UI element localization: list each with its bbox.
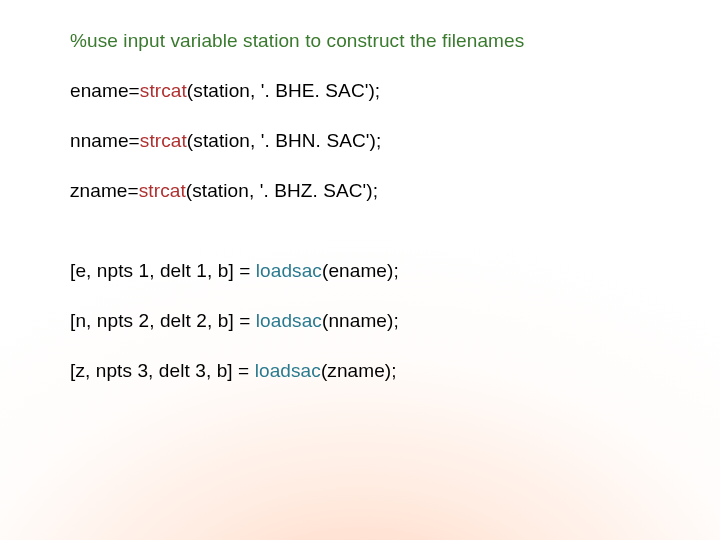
code-line: nname=strcat(station, '. BHN. SAC'); bbox=[70, 130, 524, 152]
code-block: %use input variable station to construct… bbox=[70, 30, 524, 382]
lhs: ename= bbox=[70, 80, 140, 101]
code-line: [n, npts 2, delt 2, b] = loadsac(nname); bbox=[70, 310, 524, 332]
lhs: [z, npts 3, delt 3, b] = bbox=[70, 360, 255, 381]
code-line: [e, npts 1, delt 1, b] = loadsac(ename); bbox=[70, 260, 524, 282]
code-line: [z, npts 3, delt 3, b] = loadsac(zname); bbox=[70, 360, 524, 382]
args: (station, '. BHE. SAC'); bbox=[187, 80, 380, 101]
args: (nname); bbox=[322, 310, 399, 331]
lhs: [n, npts 2, delt 2, b] = bbox=[70, 310, 256, 331]
fn-loadsac: loadsac bbox=[256, 260, 322, 281]
args: (station, '. BHN. SAC'); bbox=[187, 130, 381, 151]
code-line: ename=strcat(station, '. BHE. SAC'); bbox=[70, 80, 524, 102]
args: (ename); bbox=[322, 260, 399, 281]
fn-loadsac: loadsac bbox=[256, 310, 322, 331]
fn-loadsac: loadsac bbox=[255, 360, 321, 381]
args: (station, '. BHZ. SAC'); bbox=[186, 180, 378, 201]
lhs: nname= bbox=[70, 130, 140, 151]
lhs: zname= bbox=[70, 180, 139, 201]
fn-strcat: strcat bbox=[139, 180, 186, 201]
code-line: zname=strcat(station, '. BHZ. SAC'); bbox=[70, 180, 524, 202]
lhs: [e, npts 1, delt 1, b] = bbox=[70, 260, 256, 281]
args: (zname); bbox=[321, 360, 397, 381]
fn-strcat: strcat bbox=[140, 80, 187, 101]
fn-strcat: strcat bbox=[140, 130, 187, 151]
comment-line: %use input variable station to construct… bbox=[70, 30, 524, 52]
